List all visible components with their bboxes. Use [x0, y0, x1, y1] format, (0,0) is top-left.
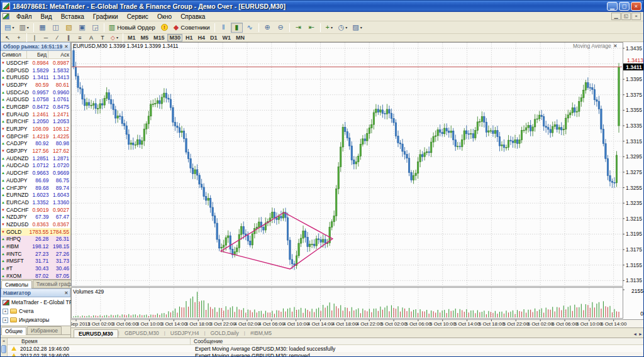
market-watch-toggle[interactable]: ▦: [36, 23, 48, 33]
price-chart[interactable]: 30 Sep 20113 Oct 02:003 Oct 06:003 Oct 1…: [71, 42, 644, 327]
text-label-button[interactable]: T: [97, 34, 108, 41]
chart-shift-button[interactable]: ⇤: [306, 23, 318, 33]
symbol-row[interactable]: ▲#XOM87.0287.05: [1, 272, 70, 280]
menu-Файл[interactable]: Файл: [12, 13, 36, 21]
symbol-row[interactable]: ▲CHFJPY89.6889.74: [1, 184, 70, 192]
strategy-tester-toggle[interactable]: ◲: [89, 23, 101, 33]
close-icon[interactable]: ×: [65, 290, 68, 296]
templates-button[interactable]: ▨▾: [350, 23, 364, 33]
menu-Справка[interactable]: Справка: [176, 13, 209, 21]
symbol-row[interactable]: ▲EURGBP0.84720.8475: [1, 103, 70, 111]
expert-advisors-button[interactable]: ◆Советники: [172, 23, 212, 33]
symbol-row[interactable]: ▼GOLD1783.551784.55: [1, 228, 70, 236]
symbol-row[interactable]: ▲AUDNZD1.28511.2871: [1, 155, 70, 162]
trendline-button[interactable]: ∕: [52, 34, 62, 41]
log-row[interactable]: 2012.02.28 19:46:00Expert Moving Average…: [8, 352, 643, 357]
tree-item-Счета[interactable]: +Счета: [1, 307, 76, 316]
child-restore-button[interactable]: ◱: [621, 13, 631, 20]
symbol-row[interactable]: ▼NZDUSD0.83630.8367: [1, 221, 70, 228]
equidistant-channel-button[interactable]: ∥: [64, 34, 74, 41]
zoom-out-button[interactable]: ⊖: [275, 23, 287, 33]
symbol-row[interactable]: ▼GBPJPY127.56127.62: [1, 147, 70, 155]
symbol-row[interactable]: ▲CADJPY80.9280.98: [1, 140, 70, 148]
menu-Окно[interactable]: Окно: [153, 13, 176, 21]
symbol-row[interactable]: ▼USDJPY80.5980.61: [1, 81, 70, 89]
maximize-button[interactable]: ◻: [619, 2, 630, 11]
timeframe-D1[interactable]: D1: [208, 34, 219, 41]
log-row[interactable]: 2012.02.28 19:46:00Expert Moving Average…: [8, 345, 643, 352]
symbol-row[interactable]: ▲#HPQ26.2826.31: [1, 236, 70, 243]
new-chart-button[interactable]: ▤▾: [3, 23, 16, 33]
chart-tab-USDJPY,H4[interactable]: USDJPY,H4: [165, 329, 204, 338]
symbol-row[interactable]: ▲EURUSD1.34111.3413: [1, 74, 70, 81]
crosshair-button[interactable]: +: [14, 34, 24, 41]
symbol-row[interactable]: ▲USDCAD0.99570.9960: [1, 89, 70, 96]
close-icon[interactable]: ×: [65, 43, 68, 50]
minimize-button[interactable]: ▁: [607, 2, 618, 11]
terminal-close-icon[interactable]: ×: [3, 338, 6, 344]
text-button[interactable]: A: [86, 34, 96, 41]
symbol-row[interactable]: ▼CADCHF0.90190.9027: [1, 206, 70, 214]
symbol-row[interactable]: ▼EURJPY108.09108.12: [1, 125, 70, 133]
shapes-button[interactable]: ◇▾: [109, 34, 120, 41]
symbol-row[interactable]: ▲NZDJPY67.3967.47: [1, 213, 70, 221]
zoom-in-button[interactable]: ⊕: [262, 23, 274, 33]
menu-Сервис[interactable]: Сервис: [123, 13, 153, 21]
timeframe-MN[interactable]: MN: [234, 34, 247, 41]
menu-Вставка[interactable]: Вставка: [57, 13, 89, 21]
menu-Графики[interactable]: Графики: [89, 13, 123, 21]
new-order-button[interactable]: ▥Новый Ордер: [107, 23, 157, 33]
symbol-row[interactable]: ▲#INTC27.2327.26: [1, 250, 70, 258]
timeframe-M1[interactable]: M1: [126, 34, 138, 41]
symbol-row[interactable]: ▼EURAUD1.24611.2471: [1, 111, 70, 118]
timeframe-H1[interactable]: H1: [184, 34, 195, 41]
profiles-button[interactable]: ▥▾: [17, 23, 30, 33]
symbol-row[interactable]: ▲EURCAD1.33521.3360: [1, 199, 70, 206]
vertical-line-button[interactable]: |: [30, 34, 40, 41]
child-close-button[interactable]: ×: [631, 13, 641, 20]
scroll-right-icon[interactable]: ►: [638, 332, 643, 336]
line-chart-button[interactable]: ∿: [244, 23, 256, 33]
chart-tab-GBPUSD,M30[interactable]: GBPUSD,M30: [119, 329, 164, 338]
symbol-row[interactable]: ▲AUDJPY86.6986.75: [1, 177, 70, 184]
terminal-toggle[interactable]: ▣: [76, 23, 88, 33]
tab-symbols[interactable]: Символы: [1, 280, 32, 288]
symbol-row[interactable]: ▲GBPUSD1.58291.5832: [1, 67, 70, 74]
tree-item-MetaTrader - E-Global TFG[interactable]: MetaTrader - E-Global TFG: [1, 298, 76, 307]
symbol-row[interactable]: ▲EURNZD1.60231.6043: [1, 191, 70, 199]
chart-tab-GOLD,Daily[interactable]: GOLD,Daily: [206, 329, 244, 338]
scroll-left-icon[interactable]: ◄: [633, 332, 637, 336]
tab-common[interactable]: Общие: [1, 327, 26, 335]
symbol-row[interactable]: ▼GBPCHF1.42191.4225: [1, 133, 70, 140]
timeframe-M15[interactable]: M15: [152, 34, 167, 41]
fibonacci-button[interactable]: ≡: [75, 34, 85, 41]
indicators-button[interactable]: +▾: [323, 23, 335, 33]
symbol-row[interactable]: ▼USDCHF0.89840.8987: [1, 59, 70, 67]
tree-item-Индикаторы[interactable]: +Индикаторы: [1, 316, 76, 324]
chart-svg[interactable]: 30 Sep 20113 Oct 02:003 Oct 06:003 Oct 1…: [71, 42, 644, 327]
symbol-row[interactable]: ▲AUDCAD1.07121.0720: [1, 162, 70, 170]
menu-Вид[interactable]: Вид: [36, 13, 57, 21]
data-window-toggle[interactable]: ◫: [50, 23, 62, 33]
expand-icon[interactable]: +: [3, 317, 8, 323]
timeframe-M30[interactable]: M30: [167, 34, 182, 41]
experts-alert-icon[interactable]: !: [158, 23, 170, 33]
bar-chart-button[interactable]: ‖: [218, 23, 230, 33]
expand-icon[interactable]: +: [3, 309, 8, 314]
timeframe-W1[interactable]: W1: [221, 34, 233, 41]
auto-scroll-button[interactable]: ⇥: [292, 23, 304, 33]
terminal-scrollbar[interactable]: [1, 345, 6, 353]
timeframe-H4[interactable]: H4: [196, 34, 208, 41]
chart-tab-EURUSD,M30[interactable]: EURUSD,M30: [74, 329, 118, 338]
indicator-close-icon[interactable]: ×: [614, 43, 617, 49]
candlestick-chart-button[interactable]: ▮: [231, 23, 243, 33]
close-button[interactable]: ×: [631, 2, 641, 11]
symbol-row[interactable]: ▲AUDCHF0.96630.9669: [1, 169, 70, 177]
cursor-button[interactable]: ↖: [3, 34, 13, 41]
symbol-row[interactable]: ▲#IBM198.12198.15: [1, 243, 70, 250]
chart-tab-#IBM,M5[interactable]: #IBM,M5: [245, 329, 277, 338]
navigator-toggle[interactable]: ▧: [63, 23, 75, 33]
symbol-row[interactable]: ▲#T30.4330.46: [1, 265, 70, 272]
horizontal-line-button[interactable]: ─: [41, 34, 51, 41]
symbol-row[interactable]: ▲EURCHF1.20501.2053: [1, 118, 70, 126]
